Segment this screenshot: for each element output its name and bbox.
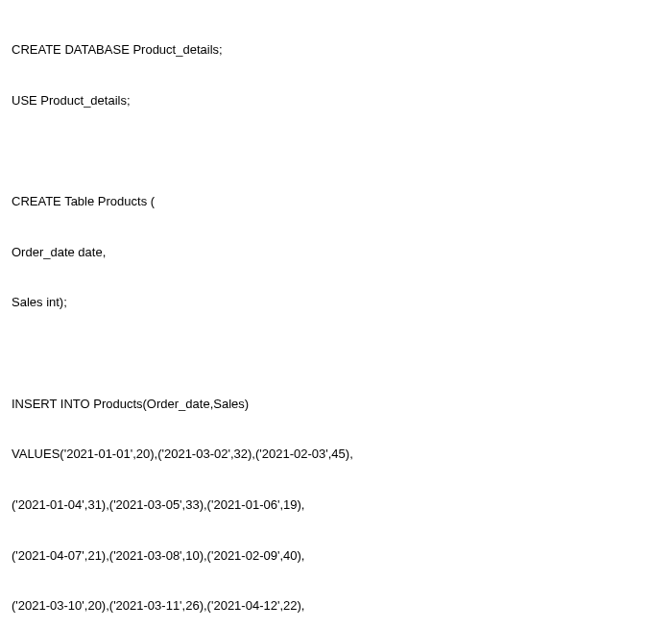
code-line: INSERT INTO Products(Order_date,Sales) — [12, 396, 660, 413]
code-line: VALUES('2021-01-01',20),('2021-03-02',32… — [12, 446, 660, 463]
code-line: CREATE Table Products ( — [12, 193, 660, 210]
code-line: ('2021-04-07',21),('2021-03-08',10),('20… — [12, 547, 660, 565]
code-line: Sales int); — [12, 294, 660, 311]
code-line: ('2021-03-10',20),('2021-03-11',26),('20… — [12, 597, 660, 615]
code-line: Order_date date, — [12, 244, 660, 261]
code-line — [12, 345, 660, 362]
code-line: USE Product_details; — [12, 92, 660, 109]
code-line: CREATE DATABASE Product_details; — [12, 41, 660, 59]
sql-code-block: CREATE DATABASE Product_details; USE Pro… — [12, 8, 660, 628]
code-line: ('2021-01-04',31),('2021-03-05',33),('20… — [12, 496, 660, 514]
code-line — [12, 142, 660, 159]
